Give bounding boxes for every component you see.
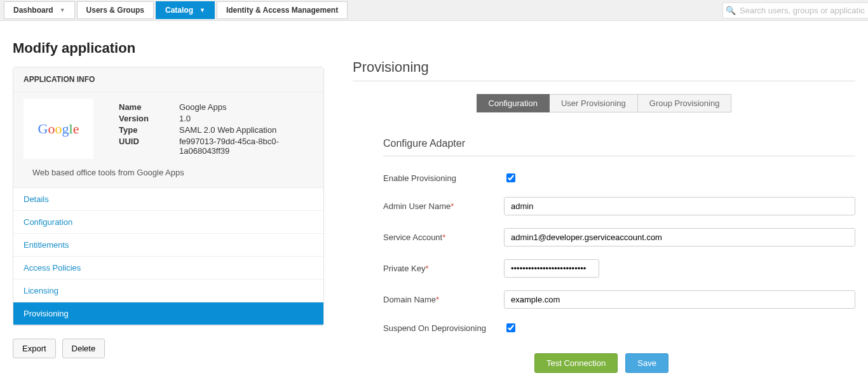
nav-link: Details [24,194,49,204]
tab-label: Catalog [165,6,193,15]
tab-group-provisioning[interactable]: Group Provisioning [638,94,732,112]
info-version-label: Version [119,114,179,123]
panel-heading: APPLICATION INFO [13,67,323,92]
chevron-down-icon: ▼ [60,7,65,13]
info-uuid-value: fe997013-79dd-45ca-8bc0-1a068043ff39 [179,137,306,156]
nav-entitlements[interactable]: Entitlements [13,234,323,257]
tab-label: Identity & Access Management [226,6,338,15]
panel-nav: Details Configuration Entitlements Acces… [13,187,323,325]
domain-name-field[interactable] [504,290,855,309]
nav-provisioning[interactable]: Provisioning [13,302,323,325]
test-connection-button[interactable]: Test Connection [534,353,618,373]
app-info-table: NameGoogle Apps Version1.0 TypeSAML 2.0 … [119,102,306,159]
google-logo-text: Google [38,121,79,137]
provisioning-form: Enable Provisioning Admin User Name* Ser… [383,172,855,373]
app-logo: Google [24,98,93,159]
info-type-label: Type [119,125,179,135]
save-button[interactable]: Save [625,353,668,373]
nav-link: Provisioning [24,309,69,318]
app-info-panel: APPLICATION INFO Google NameGoogle Apps … [13,67,324,326]
private-key-label: Private Key* [383,264,504,273]
section-title: Provisioning [353,59,855,81]
chevron-down-icon: ▼ [200,7,205,13]
delete-button[interactable]: Delete [62,339,105,358]
tab-configuration[interactable]: Configuration [477,94,550,112]
admin-label: Admin User Name* [383,201,504,211]
enable-checkbox[interactable] [506,173,515,182]
suspend-label: Suspend On Deprovisioning [383,323,504,333]
suspend-checkbox[interactable] [506,323,515,332]
domain-name-label: Domain Name* [383,295,504,304]
nav-link: Entitlements [24,240,69,250]
nav-configuration[interactable]: Configuration [13,211,323,234]
tab-identity[interactable]: Identity & Access Management [217,1,348,19]
nav-details[interactable]: Details [13,188,323,211]
search-container[interactable]: 🔍 [722,3,868,18]
search-input[interactable] [738,5,865,16]
tab-catalog[interactable]: Catalog ▼ [156,1,215,19]
provisioning-tabs: Configuration User Provisioning Group Pr… [353,94,855,112]
info-name-value: Google Apps [179,102,226,112]
nav-link: Access Policies [24,263,81,273]
info-type-value: SAML 2.0 Web Application [179,125,276,135]
top-tabs: Dashboard ▼ Users & Groups Catalog ▼ Ide… [4,1,349,19]
info-version-value: 1.0 [179,114,191,123]
admin-user-name-field[interactable] [504,197,855,215]
tab-label: Dashboard [13,6,53,15]
tab-label: Users & Groups [86,6,144,15]
tab-dashboard[interactable]: Dashboard ▼ [4,1,75,19]
form-title: Configure Adapter [383,138,855,156]
export-button[interactable]: Export [13,339,56,358]
page-title: Modify application [13,40,324,57]
nav-link: Configuration [24,217,72,227]
tab-users-groups[interactable]: Users & Groups [77,1,154,19]
service-account-label: Service Account* [383,233,504,242]
service-account-field[interactable] [504,228,855,247]
tab-user-provisioning[interactable]: User Provisioning [550,94,638,112]
private-key-field[interactable] [504,259,599,278]
info-uuid-label: UUID [119,137,179,156]
nav-access-policies[interactable]: Access Policies [13,257,323,280]
nav-licensing[interactable]: Licensing [13,280,323,302]
search-icon: 🔍 [726,6,736,15]
top-nav: Dashboard ▼ Users & Groups Catalog ▼ Ide… [0,0,868,21]
nav-link: Licensing [24,286,58,295]
enable-label: Enable Provisioning [383,173,504,183]
app-description: Web based office tools from Google Apps [24,168,313,177]
info-name-label: Name [119,102,179,112]
